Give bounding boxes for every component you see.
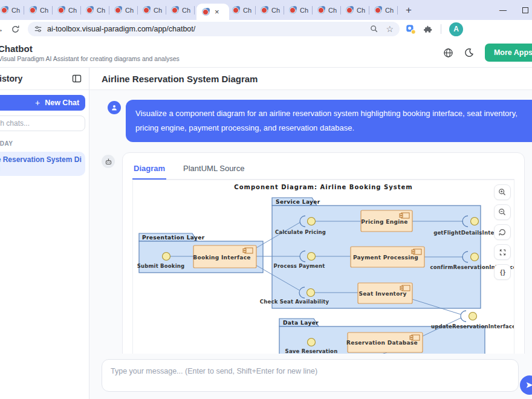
- tab-label: Ch: [11, 7, 20, 14]
- tab-label: Ch: [357, 7, 365, 14]
- language-globe-icon[interactable]: [443, 48, 453, 58]
- fullscreen-icon: [499, 248, 507, 256]
- browser-tab[interactable]: Ch: [258, 0, 282, 20]
- close-tab-icon[interactable]: ×: [215, 8, 219, 16]
- reload-icon: [11, 25, 20, 34]
- browser-tab[interactable]: Ch: [54, 0, 79, 20]
- tab-label: Ch: [154, 7, 162, 14]
- tab-label: Ch: [40, 7, 48, 14]
- visual-paradigm-favicon-icon: [317, 6, 325, 14]
- visual-paradigm-favicon-icon: [114, 6, 122, 14]
- browser-tab[interactable]: Ch: [371, 0, 395, 20]
- tab-strip: Ch Ch Ch Ch Ch Ch Ch × Ch Ch Ch Ch Ch Ch…: [0, 0, 532, 20]
- browser-tab[interactable]: Ch: [140, 0, 164, 20]
- toolbar-divider: [441, 24, 441, 34]
- panel-toggle-icon: [72, 74, 82, 83]
- history-sidebar: History + New Chat TODAY Airline Reserva…: [0, 68, 89, 399]
- browser-tab[interactable]: Ch: [83, 0, 107, 20]
- user-avatar: [108, 101, 121, 114]
- view-code-button[interactable]: { }: [494, 264, 511, 280]
- profile-avatar[interactable]: A: [449, 22, 463, 36]
- component-diagram: Component Diagram: Airline Booking Syste…: [133, 180, 514, 354]
- forward-arrow-icon: →: [0, 24, 4, 34]
- browser-tab[interactable]: Ch: [111, 0, 135, 20]
- message-input[interactable]: [102, 359, 519, 392]
- tab-label: Ch: [385, 7, 394, 14]
- browser-tab[interactable]: Ch: [343, 0, 367, 20]
- forward-button[interactable]: →: [0, 24, 7, 34]
- tab-label: Ch: [182, 7, 190, 14]
- address-bar[interactable]: ai-toolbox.visual-paradigm.com/app/chatb…: [28, 22, 400, 36]
- robot-icon: [105, 158, 112, 166]
- chat-messages-area: Visualize a component diagram for an air…: [89, 90, 532, 354]
- extensions-puzzle-icon[interactable]: [424, 25, 433, 34]
- tab-label: Ch: [271, 7, 280, 14]
- tab-divider: [312, 6, 313, 15]
- chat-history-item[interactable]: Airline Reservation System Dia... M: [0, 152, 85, 176]
- tab-divider: [137, 6, 138, 15]
- diagram-controls: { }: [494, 184, 511, 280]
- browser-tab[interactable]: Ch: [26, 0, 50, 20]
- message-input-bar: [89, 354, 532, 399]
- plus-icon: +: [35, 98, 40, 108]
- sidebar-title: History: [0, 74, 22, 83]
- component-seat-inventory: Seat Inventory: [358, 283, 412, 303]
- diagram-card: Diagram PlantUML Source Component Diagra…: [122, 152, 525, 354]
- browser-window: Ch Ch Ch Ch Ch Ch Ch × Ch Ch Ch Ch Ch Ch…: [0, 0, 532, 399]
- svg-text:updateReservationInterface: updateReservationInterface: [431, 323, 514, 329]
- zoom-page-icon[interactable]: [370, 25, 378, 33]
- diagram-card-tabs: Diagram PlantUML Source: [132, 160, 514, 180]
- zoom-in-button[interactable]: [494, 184, 511, 200]
- send-button[interactable]: [520, 375, 532, 395]
- tab-divider: [52, 6, 53, 15]
- chat-title: Airline Reservation System Diagram: [102, 74, 258, 84]
- chat-history-item-time: M: [0, 166, 82, 172]
- tab-label: Ch: [68, 7, 77, 14]
- browser-tab[interactable]: Ch: [0, 0, 22, 20]
- visual-paradigm-favicon-icon: [232, 6, 240, 14]
- search-chats-input[interactable]: [0, 115, 85, 131]
- reset-view-button[interactable]: [494, 224, 511, 240]
- tab-divider: [284, 6, 284, 15]
- browser-tab[interactable]: Ch: [168, 0, 192, 20]
- app-subtitle: Visual Paradigm AI Assistant for creatin…: [0, 55, 180, 62]
- svg-text:Booking Interface: Booking Interface: [193, 255, 250, 261]
- svg-text:Reservation Database: Reservation Database: [346, 340, 418, 346]
- reset-rotate-icon: [498, 228, 507, 236]
- reload-button[interactable]: [7, 25, 23, 34]
- visual-paradigm-favicon-icon: [57, 6, 65, 14]
- browser-tab[interactable]: Ch: [229, 0, 253, 20]
- new-chat-button[interactable]: + New Chat: [0, 95, 85, 111]
- visual-paradigm-favicon-icon: [1, 6, 8, 14]
- fullscreen-button[interactable]: [494, 244, 511, 260]
- visual-paradigm-favicon-icon: [202, 8, 210, 16]
- tab-plantuml-source[interactable]: PlantUML Source: [182, 160, 245, 179]
- browser-tab[interactable]: Ch: [286, 0, 310, 20]
- svg-text:Payment Processing: Payment Processing: [353, 255, 418, 261]
- component-pricing-engine: Pricing Engine: [361, 210, 412, 232]
- active-browser-tab[interactable]: ×: [196, 4, 229, 20]
- maximize-window-button[interactable]: [522, 7, 528, 13]
- code-braces-icon: { }: [500, 269, 505, 276]
- minimize-window-button[interactable]: —: [499, 6, 507, 15]
- browser-tab[interactable]: Ch: [314, 0, 339, 20]
- bookmark-star-icon[interactable]: ☆: [386, 25, 394, 33]
- window-controls: —: [499, 6, 532, 15]
- site-settings-icon[interactable]: [34, 25, 42, 33]
- tab-divider: [369, 6, 369, 15]
- visual-paradigm-favicon-icon: [143, 6, 151, 14]
- component-payment-processing: Payment Processing: [351, 247, 424, 267]
- tab-divider: [80, 6, 81, 15]
- tab-diagram[interactable]: Diagram: [132, 160, 166, 180]
- dark-mode-moon-icon[interactable]: [464, 48, 474, 57]
- tab-label: Ch: [328, 7, 337, 14]
- collapse-sidebar-button[interactable]: [72, 74, 82, 83]
- chat-content: Airline Reservation System Diagram Visua…: [89, 68, 532, 399]
- svg-text:Data Layer: Data Layer: [283, 320, 319, 326]
- more-apps-button[interactable]: More Apps: [485, 44, 532, 62]
- new-tab-button[interactable]: +: [406, 5, 412, 15]
- browser-toolbar: → ai-toolbox.visual-paradigm.com/app/cha…: [0, 20, 532, 38]
- colored-extension-icon[interactable]: [406, 24, 416, 34]
- zoom-out-button[interactable]: [494, 204, 511, 220]
- tab-divider: [340, 6, 341, 15]
